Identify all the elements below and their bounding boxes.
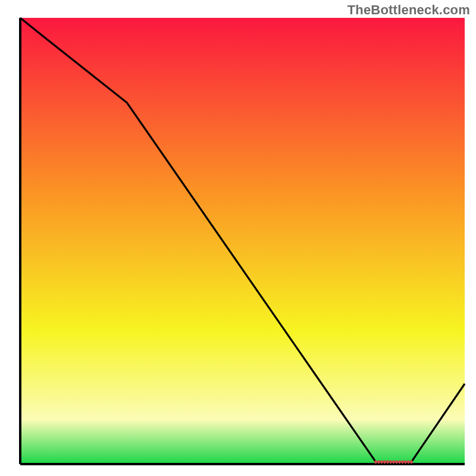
chart-frame: TheBottleneck.com xyxy=(0,0,476,476)
bottleneck-chart xyxy=(0,0,476,476)
plot-background xyxy=(20,18,465,464)
